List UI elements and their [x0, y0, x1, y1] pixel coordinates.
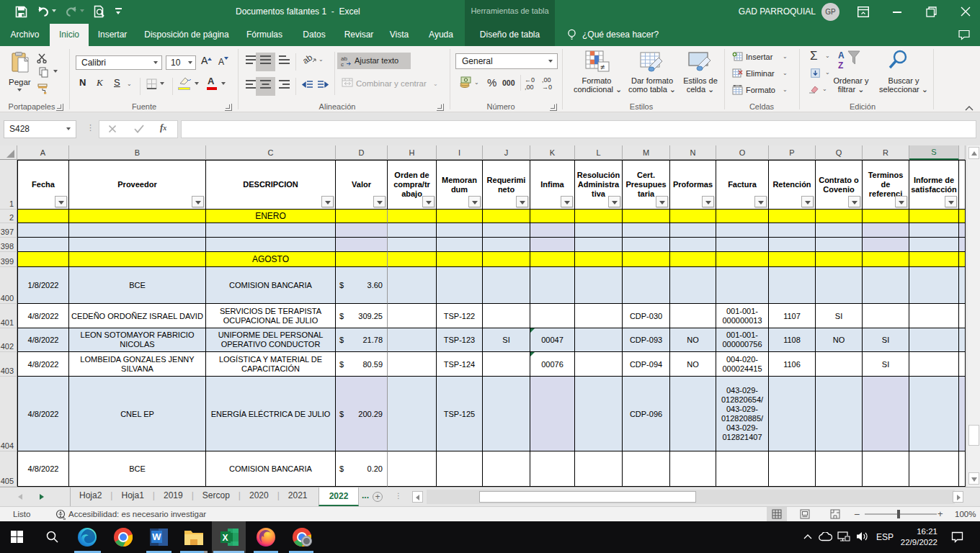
svg-text:c: c: [341, 61, 344, 66]
svg-text:Z: Z: [838, 60, 843, 71]
svg-text:ab: ab: [303, 52, 315, 66]
svg-text:A: A: [838, 50, 845, 60]
svg-text:X: X: [223, 533, 228, 543]
svg-text:≠: ≠: [600, 63, 605, 71]
